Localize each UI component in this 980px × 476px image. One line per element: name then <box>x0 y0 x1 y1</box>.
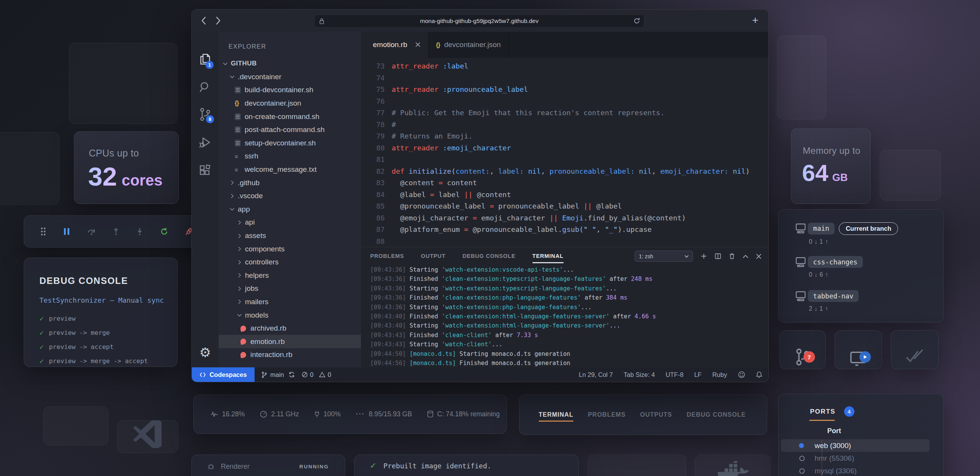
tree-item-welcome-message-txt[interactable]: ≡welcome_message.txt <box>219 163 361 176</box>
status-item-ruby[interactable]: Ruby <box>712 371 727 378</box>
tree-item-setup-devcontainer-sh[interactable]: setup-devcontainer.sh <box>219 137 361 150</box>
extensions-icon[interactable] <box>199 164 212 179</box>
tree-item-on-create-command-sh[interactable]: on-create-command.sh <box>219 110 361 123</box>
close-tab-icon[interactable] <box>415 41 420 49</box>
panel-tab-terminal[interactable]: TERMINAL <box>532 253 564 259</box>
code-token: emoji_character: <box>660 167 728 175</box>
tree-item--github[interactable]: .github <box>219 176 361 189</box>
tree-item-build-devcontainer-sh[interactable]: build-devcontainer.sh <box>219 83 361 97</box>
checks-mini-card[interactable] <box>891 330 939 369</box>
kill-terminal-icon[interactable] <box>729 253 735 259</box>
live-share-mini-card[interactable] <box>835 330 882 369</box>
tree-item--devcontainer[interactable]: .devcontainer <box>219 70 361 84</box>
status-item-lf[interactable]: LF <box>694 371 701 378</box>
chevron-right-icon <box>237 220 245 225</box>
bottom-tab-list: TERMINALPROBLEMSOUTPUTSDEBUG CONSOLE <box>519 395 767 435</box>
source-control-icon[interactable]: 8 <box>199 108 211 123</box>
tree-item-archived-rb[interactable]: archived.rb <box>219 322 361 335</box>
terminal-token: Finished <box>410 294 442 301</box>
maximize-panel-icon[interactable] <box>743 254 748 258</box>
branch-status[interactable]: main <box>261 371 295 378</box>
branch-pill[interactable]: main <box>808 223 835 235</box>
tree-item-ssrh[interactable]: ≡ssrh <box>219 150 361 163</box>
code-editor[interactable]: 73747576777879808182838485868788 attr_re… <box>361 58 768 247</box>
tree-item-post-attach-command-sh[interactable]: post-attach-command.sh <box>219 123 361 137</box>
tree-item-helpers[interactable]: helpers <box>219 269 361 282</box>
notifications-bell-icon[interactable] <box>756 371 762 378</box>
status-item-utf-8[interactable]: UTF-8 <box>666 371 684 378</box>
tree-item-mailers[interactable]: mailers <box>219 295 361 309</box>
terminal-output[interactable]: [09:43:36] Starting 'watch-extension:vsc… <box>370 265 764 367</box>
bottom-tab-outputs[interactable]: OUTPUTS <box>640 411 672 418</box>
code-token: :label <box>443 62 469 70</box>
step-over-icon[interactable] <box>87 228 96 235</box>
code-token: label: <box>498 167 524 175</box>
cpu-card: CPUs up to 32 cores <box>74 131 179 204</box>
memory-card-label: Memory up to <box>803 145 860 156</box>
pull-requests-mini-card[interactable]: 7 <box>779 330 826 369</box>
panel-tab-output[interactable]: OUTPUT <box>421 253 446 259</box>
debug-check-row: ✓preview -> merge <box>39 326 170 340</box>
step-into-icon[interactable] <box>136 228 143 235</box>
editor-tab-devcontainer-json[interactable]: {}devcontainer.json <box>428 32 509 58</box>
tree-item-devcontainer-json[interactable]: {}devcontainer.json <box>219 97 361 110</box>
bottom-tab-terminal[interactable]: TERMINAL <box>539 411 573 418</box>
bottom-tab-problems[interactable]: PROBLEMS <box>588 411 626 418</box>
drag-grip-icon[interactable] <box>40 227 46 236</box>
back-icon[interactable] <box>201 16 206 25</box>
status-item-tab-size-4[interactable]: Tab Size: 4 <box>624 371 655 378</box>
tree-item--vscode[interactable]: .vscode <box>219 189 361 203</box>
tree-item-models[interactable]: models <box>219 308 361 322</box>
tree-item-emotion-rb[interactable]: emotion.rb <box>219 335 361 348</box>
remote-indicator[interactable]: Codespaces <box>192 367 255 382</box>
tree-item-api[interactable]: api <box>219 216 361 229</box>
address-bar[interactable]: mona-github-github-g59jpq2w5w7.github.de… <box>314 15 644 28</box>
tree-item-app[interactable]: app <box>219 203 361 216</box>
port-row-mysql[interactable]: mysql (3306) <box>779 465 943 476</box>
code-line: attr_reader :label <box>392 60 768 72</box>
explorer-view-icon[interactable]: 1 <box>199 52 212 68</box>
panel-tab-problems[interactable]: PROBLEMS <box>370 253 404 259</box>
forward-icon[interactable] <box>216 16 221 25</box>
panel-tab-debug-console[interactable]: DEBUG CONSOLE <box>462 253 516 259</box>
new-tab-button[interactable]: + <box>752 15 758 26</box>
refresh-icon[interactable] <box>634 18 640 24</box>
code-token: ( <box>451 167 456 175</box>
split-terminal-icon[interactable] <box>715 253 721 259</box>
restart-icon[interactable] <box>160 228 168 235</box>
port-row-hmr[interactable]: hmr (55306) <box>779 452 943 465</box>
terminal-token: [09:44:56] <box>370 360 410 367</box>
ports-title[interactable]: PORTS <box>810 408 836 416</box>
pr-count-badge: 7 <box>804 351 815 363</box>
tree-item-interaction-rb[interactable]: interaction.rb <box>219 348 361 362</box>
problems-status[interactable]: 0 0 <box>302 371 331 378</box>
branch-pill[interactable]: tabbed-nav <box>808 290 859 302</box>
new-terminal-icon[interactable] <box>701 253 707 259</box>
code-token: pronounceable_label <box>494 202 583 210</box>
run-debug-icon[interactable] <box>199 136 212 150</box>
editor-tab-emotion-rb[interactable]: emotion.rb <box>361 32 428 58</box>
close-panel-icon[interactable] <box>756 254 761 259</box>
tree-item-jobs[interactable]: jobs <box>219 282 361 295</box>
terminal-token: after <box>492 332 516 339</box>
sync-icon[interactable] <box>289 372 295 378</box>
terminal-token: 384 ms <box>606 294 627 301</box>
tree-item-assets[interactable]: assets <box>219 229 361 243</box>
terminal-token: ... <box>492 341 502 348</box>
port-row-web[interactable]: web (3000) <box>779 439 943 452</box>
step-out-icon[interactable] <box>113 228 119 235</box>
runner-row-renderer[interactable]: RendererRUNNING <box>192 459 345 474</box>
pause-icon[interactable] <box>63 228 70 235</box>
code-token: , <box>596 225 605 233</box>
tree-item-controllers[interactable]: controllers <box>219 256 361 269</box>
runner-row-run-unit-tests[interactable]: Run Unit Tests <box>192 474 345 476</box>
shell-selector[interactable]: 1: zsh <box>635 251 693 262</box>
bottom-tab-debug-console[interactable]: DEBUG CONSOLE <box>687 411 746 418</box>
settings-gear-icon[interactable]: ⚙ <box>199 345 211 360</box>
branch-pill[interactable]: css-changes <box>808 256 863 268</box>
tree-item-github[interactable]: GITHUB <box>219 57 361 70</box>
tree-item-components[interactable]: components <box>219 242 361 256</box>
status-item-ln-29-col-7[interactable]: Ln 29, Col 7 <box>579 371 613 378</box>
search-icon[interactable] <box>199 81 212 95</box>
feedback-smiley-icon[interactable]: ☺ <box>738 370 745 379</box>
